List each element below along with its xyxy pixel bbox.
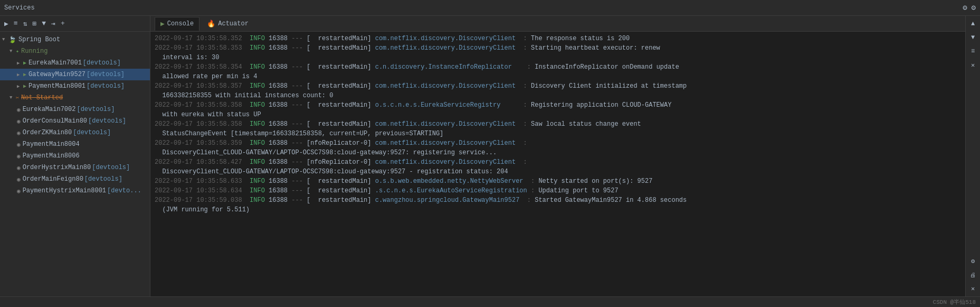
config-icon[interactable]: ⚙ [972,3,976,12]
eureka7001-label: EurekaMain7001 [28,59,82,67]
console-tab-icon: ▶ [160,20,165,28]
sidebar-item-paymentmain8004[interactable]: ◉ PaymentMain8004 [0,138,150,150]
top-bar-icons: ⚙ ⚙ [963,3,976,12]
ordermainfeign-badge: [devtools] [84,175,122,183]
jump-icon[interactable]: ⇥ [50,19,56,29]
sidebar-item-gatewaymain9527[interactable]: ▶ ▶ GatewayMain9527 [devtools] [0,69,150,80]
orderconsul-badge: [devtools] [88,117,126,125]
filter-icon[interactable]: ▼ [41,19,47,28]
log-line-3b: allowed rate per min is 4 [155,72,961,81]
settings-side-icon[interactable]: ⚙ [967,255,979,267]
expand-arrow-gateway9527: ▶ [17,72,23,78]
sidebar-item-ordermainfeign80[interactable]: ◉ OrderMainFeign80 [devtools] [0,173,150,185]
tab-console[interactable]: ▶ Console [155,17,199,31]
log-line-8b: DiscoveryClient_CLOUD-GATEWAY/LAPTOP-OCS… [155,167,961,176]
payment8006-label: PaymentMain8006 [23,152,80,160]
gateway9527-status-icon: ▶ [23,71,26,78]
orderzk-label: OrderZKMain80 [23,129,72,136]
log-line-4b: 1663382158355 with initial instances cou… [155,91,961,100]
sidebar-section-not-started[interactable]: ▼ ✂ Not Started [0,92,150,104]
log-line-1: 2022-09-17 10:35:58.352 INFO 16388 --- [… [155,34,961,43]
running-status-icon: ✦ [16,48,19,54]
not-started-icon: ✂ [16,95,19,101]
log-line-10: 2022-09-17 10:35:58.634 INFO 16388 --- [… [155,186,961,196]
log-line-6: 2022-09-17 10:35:58.358 INFO 16388 --- [… [155,119,961,129]
sidebar-item-orderconsulmain80[interactable]: ◉ OrderConsulMain80 [devtools] [0,115,150,127]
orderhystrix-badge: [devtools] [92,164,130,171]
log-line-5b: with eureka with status UP [155,110,961,119]
group-icon[interactable]: ⊞ [31,19,37,29]
sort-icon[interactable]: ⇅ [22,19,28,29]
actuator-tab-icon: 🔥 [207,20,215,28]
payment8006-status-icon: ◉ [17,153,21,160]
scroll-up-icon[interactable]: ▲ [967,18,979,30]
log-area: 2022-09-17 10:35:58.352 INFO 16388 --- [… [150,32,965,296]
log-line-2b: interval is: 30 [155,53,961,62]
expand-arrow-eureka7001: ▶ [17,60,23,66]
window-title: Services [4,4,35,12]
run-icon[interactable]: ▶ [3,19,9,29]
log-line-2: 2022-09-17 10:35:58.353 INFO 16388 --- [… [155,43,961,53]
scroll-down-icon[interactable]: ▼ [967,32,979,43]
gateway9527-label: GatewayMain9527 [28,71,85,78]
right-side-icons-panel: ▲ ▼ ≡ ✕ ⚙ 🖨 ✕ [965,16,980,296]
expand-arrow-running: ▼ [9,49,16,54]
log-line-7b: DiscoveryClient_CLOUD-GATEWAY/LAPTOP-OCS… [155,148,961,157]
actuator-tab-label: Actuator [218,20,249,27]
log-line-4: 2022-09-17 10:35:58.357 INFO 16388 --- [… [155,81,961,91]
eureka7002-status-icon: ◉ [17,106,21,113]
paymenthystrix8001-status-icon: ◉ [17,188,21,194]
sidebar-item-paymentmain8001[interactable]: ▶ ▶ PaymentMain8001 [devtools] [0,80,150,92]
not-started-label: Not Started [21,94,63,101]
orderzk-badge: [devtools] [73,129,111,136]
sidebar-tree: ▼ 🍃 Spring Boot ▼ ✦ Running ▶ ▶ EurekaMa… [0,32,150,296]
sidebar-item-orderzkmain80[interactable]: ◉ OrderZKMain80 [devtools] [0,127,150,138]
sidebar: ▶ ≡ ⇅ ⊞ ▼ ⇥ + ▼ 🍃 Spring Boot ▼ ✦ Runnin… [0,16,150,296]
menu-icon[interactable]: ≡ [967,45,979,57]
log-line-11: 2022-09-17 10:35:59.038 INFO 16388 --- [… [155,196,961,205]
tab-actuator[interactable]: 🔥 Actuator [202,17,254,31]
paymenthystrix8001-label: PaymentHystrixMain8001 [23,187,106,194]
settings-icon[interactable]: ⚙ [963,3,967,12]
ordermainfeign-label: OrderMainFeign80 [23,175,83,183]
add-icon[interactable]: + [60,19,66,28]
close-log-icon[interactable]: ✕ [967,59,979,71]
sidebar-item-eurekamain7002[interactable]: ◉ EurekaMain7002 [devtools] [0,104,150,115]
running-label: Running [21,48,47,55]
sidebar-item-eurekamain7001[interactable]: ▶ ▶ EurekaMain7001 [devtools] [0,57,150,69]
main-layout: ▶ ≡ ⇅ ⊞ ▼ ⇥ + ▼ 🍃 Spring Boot ▼ ✦ Runnin… [0,16,980,296]
orderhystrix-label: OrderHystrixMain80 [23,164,91,171]
ordermainfeign-status-icon: ◉ [17,176,21,183]
sidebar-item-springboot[interactable]: ▼ 🍃 Spring Boot [0,34,150,45]
payment8001-status-icon: ▶ [23,83,26,89]
sidebar-section-running[interactable]: ▼ ✦ Running [0,45,150,57]
springboot-label: Spring Boot [18,36,60,43]
payment8001-badge: [devtools] [87,82,125,90]
log-line-3: 2022-09-17 10:35:58.354 INFO 16388 --- [… [155,62,961,72]
eureka7002-badge: [devtools] [77,106,115,113]
log-line-7: 2022-09-17 10:35:58.359 INFO 16388 --- [… [155,138,961,148]
expand-arrow-notstarted: ▼ [9,95,16,100]
eureka7001-status-icon: ▶ [23,60,26,66]
sidebar-toolbar: ▶ ≡ ⇅ ⊞ ▼ ⇥ + [0,16,150,32]
orderzk-status-icon: ◉ [17,129,21,136]
log-line-9: 2022-09-17 10:35:58.633 INFO 16388 --- [… [155,176,961,186]
log-line-5: 2022-09-17 10:35:58.358 INFO 16388 --- [… [155,100,961,110]
paymenthystrix8001-badge: [devto... [107,187,141,194]
orderhystrix-status-icon: ◉ [17,164,21,171]
sidebar-item-paymenthystrixmain8001[interactable]: ◉ PaymentHystrixMain8001 [devto... [0,185,150,197]
log-line-8: 2022-09-17 10:35:58.427 INFO 16388 --- [… [155,157,961,167]
payment8004-status-icon: ◉ [17,141,21,148]
right-panel: ▶ Console 🔥 Actuator 2022-09-17 10:35:58… [150,16,965,296]
payment8001-label: PaymentMain8001 [28,82,85,90]
status-bar: CSDN @半仙518 [0,296,980,307]
expand-arrow-payment8001: ▶ [17,83,23,89]
sidebar-item-orderhystrixmain80[interactable]: ◉ OrderHystrixMain80 [devtools] [0,162,150,173]
clear-icon[interactable]: ✕ [967,283,979,294]
list-icon[interactable]: ≡ [13,19,19,28]
sidebar-item-paymentmain8006[interactable]: ◉ PaymentMain8006 [0,150,150,162]
orderconsul-status-icon: ◉ [17,118,21,125]
log-line-11b: (JVM running for 5.511) [155,205,961,215]
expand-arrow-springboot: ▼ [2,37,8,42]
print-icon[interactable]: 🖨 [967,269,979,281]
